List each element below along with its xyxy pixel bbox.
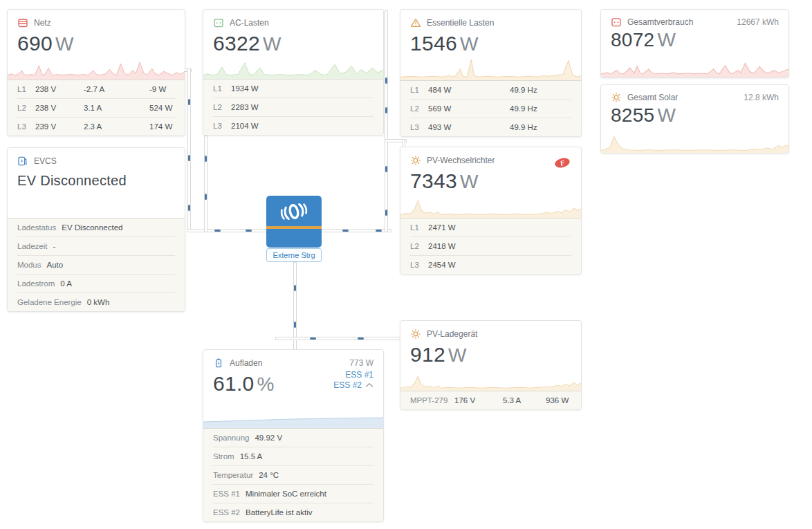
- flow-dash: [342, 230, 349, 232]
- pipe-pv-charger-horizontal: [275, 337, 400, 340]
- flow-dash: [294, 285, 296, 291]
- grid-icon: [17, 17, 28, 28]
- socket-icon: [611, 17, 622, 28]
- pv-inverter-card[interactable]: F PV-Wechselrichter 7343W: [400, 147, 582, 275]
- table-row: L2569 W49.9 Hz: [410, 99, 571, 118]
- evcs-status-value: EV Disconnected: [17, 173, 175, 189]
- ess-1-link[interactable]: ESS #1: [333, 370, 373, 380]
- flow-dash: [310, 337, 316, 340]
- battery-card[interactable]: Aufladen 773 W 61.0% ESS #1 ESS #2 Spann…: [203, 349, 384, 522]
- total-consumption-card[interactable]: Gesamtverbrauch 12667 kWh 8072W: [600, 9, 789, 78]
- pipe-essential-vertical: [385, 10, 388, 232]
- table-row: L32104 W: [213, 116, 373, 135]
- victron-orange-bar: [266, 226, 322, 229]
- flow-dash: [358, 337, 364, 340]
- table-row: L11934 W: [213, 80, 373, 98]
- flow-dash: [205, 156, 207, 162]
- table-row: MPPT-279176 V5.3 A936 W: [410, 391, 571, 409]
- battery-soc-value: 61.0%: [213, 372, 275, 396]
- flow-dash: [188, 205, 190, 211]
- battery-icon: [213, 358, 224, 369]
- flow-dash: [188, 99, 190, 105]
- victron-logo-icon: [266, 196, 322, 248]
- inverter-node-label: Externe Strg: [266, 248, 322, 262]
- vrm-dashboard: Netz 690W L1238 V-2.7 A-9 W L2238 V3.1 A…: [0, 0, 812, 529]
- table-row: L1238 V-2.7 A-9 W: [17, 80, 175, 98]
- pipe-ac-loads-vertical: [204, 136, 207, 232]
- card-title: AC-Lasten: [230, 18, 269, 28]
- table-row: Ladezeit-: [17, 236, 175, 255]
- table-row: L12471 W: [410, 219, 571, 236]
- total-solar-value: 8255W: [611, 104, 779, 127]
- energy-badge: 12667 kWh: [737, 17, 779, 27]
- flow-dash: [294, 322, 296, 328]
- table-row: L3493 W49.9 Hz: [410, 118, 571, 136]
- table-row: L22283 W: [213, 98, 373, 116]
- chevron-up-icon[interactable]: [365, 380, 373, 391]
- essential-loads-sparkline: [400, 55, 581, 80]
- table-row: ESS #1Minimaler SoC erreicht: [213, 484, 373, 503]
- total-consumption-sparkline: [601, 55, 788, 77]
- table-row: L1484 W49.9 Hz: [410, 81, 571, 99]
- pv-charger-power-value: 912W: [410, 343, 571, 366]
- flow-dash: [385, 210, 387, 216]
- ac-loads-sparkline: [203, 55, 383, 79]
- card-title: Netz: [34, 18, 51, 28]
- warning-triangle-icon: [410, 17, 421, 28]
- flow-dash: [385, 107, 387, 113]
- flow-dash: [188, 155, 190, 161]
- table-row: LadestatusEV Disconnected: [17, 219, 175, 236]
- total-solar-card[interactable]: Gesamt Solar 12.8 kWh 8255W: [600, 84, 789, 154]
- sun-icon: [410, 155, 421, 166]
- table-row: Temperatur24 °C: [213, 465, 373, 484]
- card-title: PV-Ladegerät: [427, 329, 477, 339]
- ev-charger-icon: [17, 156, 28, 167]
- pv-inverter-power-value: 7343W: [410, 169, 571, 193]
- battery-soc-sparkline: [203, 414, 383, 428]
- table-row: ModusAuto: [17, 255, 175, 274]
- table-row: ESS #2BatteryLife ist aktiv: [213, 503, 373, 521]
- table-row: Geladene Energie0 kWh: [17, 293, 175, 311]
- flow-dash: [214, 230, 221, 232]
- battery-power-badge: 773 W: [349, 358, 373, 368]
- table-row: Strom15.5 A: [213, 447, 373, 465]
- card-title: EVCS: [34, 156, 57, 166]
- socket-icon: [213, 17, 224, 28]
- card-title: Gesamtverbrauch: [627, 17, 693, 27]
- ac-loads-card[interactable]: AC-Lasten 6322W L11934 W L22283 W L32104…: [203, 9, 384, 136]
- evcs-card[interactable]: EVCS EV Disconnected LadestatusEV Discon…: [7, 147, 185, 312]
- card-title: PV-Wechselrichter: [427, 156, 495, 165]
- flow-dash: [376, 230, 382, 232]
- table-row: L32454 W: [410, 255, 571, 274]
- flow-dash: [205, 194, 207, 200]
- flow-dash: [246, 230, 252, 232]
- total-solar-sparkline: [601, 130, 788, 153]
- grid-sparkline: [8, 55, 185, 80]
- inverter-node[interactable]: Externe Strg: [266, 196, 322, 262]
- ess-2-link[interactable]: ESS #2: [333, 380, 362, 390]
- sun-icon: [611, 92, 622, 103]
- energy-badge: 12.8 kWh: [744, 93, 779, 102]
- table-row: Spannung49.92 V: [213, 429, 373, 447]
- flow-dash: [385, 77, 387, 84]
- table-row: L22418 W: [410, 236, 571, 255]
- pv-inverter-sparkline: [400, 193, 581, 218]
- card-title: Essentielle Lasten: [427, 18, 494, 28]
- grid-card[interactable]: Netz 690W L1238 V-2.7 A-9 W L2238 V3.1 A…: [7, 9, 185, 136]
- ac-loads-power-value: 6322W: [213, 32, 373, 55]
- grid-power-value: 690W: [17, 32, 175, 55]
- essential-loads-power-value: 1546W: [410, 32, 571, 55]
- flow-dash: [385, 166, 387, 172]
- table-row: Ladestrom0 A: [17, 274, 175, 293]
- essential-loads-card[interactable]: Essentielle Lasten 1546W L1484 W49.9 Hz …: [400, 9, 582, 137]
- card-title: Aufladen: [230, 358, 262, 368]
- pv-charger-sparkline: [400, 370, 581, 391]
- pv-charger-card[interactable]: PV-Ladegerät 912W MPPT-279176 V5.3 A936 …: [400, 320, 582, 410]
- pipe-bus-left: [187, 229, 268, 232]
- total-consumption-value: 8072W: [611, 29, 779, 51]
- card-title: Gesamt Solar: [627, 93, 678, 102]
- table-row: L2238 V3.1 A524 W: [17, 98, 175, 117]
- sun-icon: [410, 328, 421, 340]
- table-row: L3239 V2.3 A174 W: [17, 117, 175, 136]
